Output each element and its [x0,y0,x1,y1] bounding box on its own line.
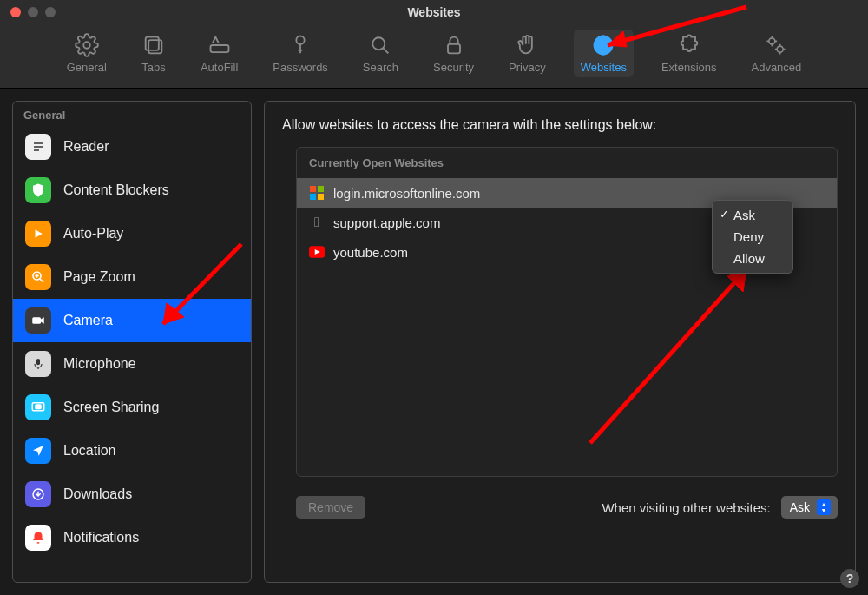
toolbar-label: Passwords [273,61,328,74]
detail-panel: Allow websites to access the camera with… [264,101,856,583]
puzzle-icon [677,33,701,57]
content-area: General Reader Content Blockers Auto-Pla… [0,89,868,595]
tabs-icon [141,33,166,57]
svg-point-12 [778,46,784,52]
toolbar-tab-privacy[interactable]: Privacy [502,30,553,77]
screen-icon [25,394,51,420]
toolbar-tab-security[interactable]: Security [426,30,481,77]
sidebar-item-screen-sharing[interactable]: Screen Sharing [13,386,251,429]
sidebar: General Reader Content Blockers Auto-Pla… [12,101,252,583]
sidebar-item-label: Location [63,443,116,459]
location-icon [25,438,51,464]
site-host: login.microsoftonline.com [333,186,480,201]
toolbar-tab-tabs[interactable]: Tabs [135,30,173,77]
open-websites-list: Currently Open Websites login.microsofto… [296,147,838,477]
toolbar-label: Security [433,61,474,74]
sidebar-item-label: Reader [63,139,108,155]
search-icon [368,33,392,57]
globe-icon [591,33,615,57]
toolbar-label: Tabs [141,61,165,74]
window-title: Websites [0,5,868,19]
svg-rect-23 [36,359,40,365]
title-bar: Websites [0,0,868,24]
sidebar-item-downloads[interactable]: Downloads [13,473,251,516]
sidebar-item-label: Downloads [63,486,132,502]
toolbar-tab-advanced[interactable]: Advanced [744,30,808,77]
apple-icon:  [309,215,325,230]
list-section-header: Currently Open Websites [297,148,837,178]
sidebar-item-reader[interactable]: Reader [13,125,251,169]
gears-icon [764,33,788,57]
svg-line-6 [384,49,389,54]
svg-rect-25 [36,405,41,409]
remove-button[interactable]: Remove [296,496,365,519]
key-icon [288,33,312,57]
svg-rect-21 [32,317,41,324]
help-button[interactable]: ? [840,569,859,588]
bell-icon [25,525,51,551]
svg-point-0 [83,42,89,48]
toolbar-label: Privacy [509,61,546,74]
toolbar-tab-passwords[interactable]: Passwords [266,30,335,77]
svg-point-4 [296,36,304,44]
permission-option-ask[interactable]: Ask [713,204,792,226]
svg-marker-22 [41,317,44,324]
svg-rect-29 [310,194,316,200]
sidebar-item-label: Screen Sharing [63,400,159,415]
permission-menu[interactable]: Ask Deny Allow [712,200,793,274]
other-websites-label: When visiting other websites: [602,500,770,515]
toolbar-label: Advanced [751,61,801,74]
hand-icon [515,33,539,57]
pen-icon [207,33,232,57]
sidebar-item-notifications[interactable]: Notifications [13,516,251,559]
svg-rect-7 [448,44,460,54]
svg-point-11 [769,38,775,44]
toolbar-tab-general[interactable]: General [60,30,114,77]
other-websites-select[interactable]: Ask [781,496,838,519]
svg-rect-2 [146,37,159,50]
lock-icon [442,33,466,57]
toolbar-tab-websites[interactable]: Websites [574,30,634,77]
toolbar-label: AutoFill [201,61,238,74]
sidebar-item-auto-play[interactable]: Auto-Play [13,212,251,255]
sidebar-item-label: Page Zoom [63,269,135,285]
chevron-updown-icon [817,499,831,515]
svg-marker-16 [36,229,43,237]
download-icon [25,481,51,507]
detail-footer: Remove When visiting other websites: Ask [265,477,855,532]
sidebar-item-content-blockers[interactable]: Content Blockers [13,169,251,212]
svg-rect-3 [210,45,228,52]
microphone-icon [25,351,51,377]
zoom-icon [25,264,51,290]
toolbar-label: General [67,61,107,74]
youtube-icon [309,244,325,260]
permission-option-deny[interactable]: Deny [713,226,792,248]
camera-icon [25,307,51,334]
microsoft-icon [309,185,325,201]
sidebar-item-camera[interactable]: Camera [13,299,251,342]
toolbar-label: Extensions [661,61,717,74]
sidebar-item-page-zoom[interactable]: Page Zoom [13,255,251,299]
toolbar-tab-extensions[interactable]: Extensions [654,30,724,77]
permission-option-allow[interactable]: Allow [713,248,792,269]
reader-icon [25,134,51,160]
site-host: support.apple.com [333,215,440,230]
toolbar-label: Search [363,61,398,74]
select-value: Ask [790,500,810,514]
svg-rect-28 [318,186,324,192]
svg-rect-1 [148,40,161,53]
svg-rect-27 [310,186,316,192]
site-host: youtube.com [333,245,408,260]
sidebar-item-label: Microphone [63,356,136,372]
toolbar-tab-autofill[interactable]: AutoFill [194,30,245,77]
shield-icon [25,177,51,203]
help-icon: ? [846,572,854,585]
toolbar-tab-search[interactable]: Search [356,30,405,77]
sidebar-item-label: Content Blockers [63,182,169,198]
sidebar-item-location[interactable]: Location [13,429,251,473]
svg-line-18 [40,279,43,282]
sidebar-item-microphone[interactable]: Microphone [13,342,251,386]
toolbar-label: Websites [581,61,627,74]
svg-rect-30 [318,194,324,200]
sidebar-item-label: Notifications [63,530,139,545]
